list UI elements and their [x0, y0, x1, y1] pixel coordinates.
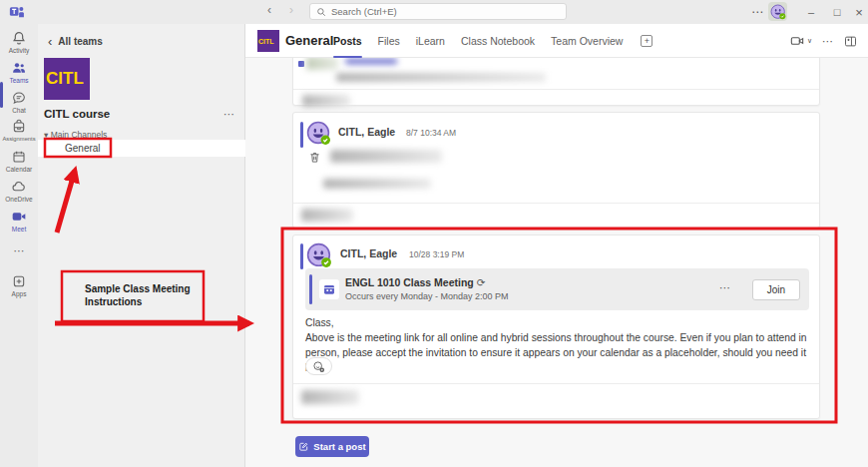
card-divider	[293, 89, 819, 90]
posts-feed: CITL, Eagle 8/7 10:34 AM CITL, Eagle 10/…	[245, 58, 868, 467]
search-icon	[316, 7, 326, 17]
rail-item-teams[interactable]: Teams	[0, 60, 38, 84]
smiley-avatar-icon	[306, 121, 331, 146]
cloud-icon	[11, 179, 27, 195]
redacted-link	[345, 59, 397, 64]
channel-header-actions: ∨ ⋯	[789, 24, 858, 58]
rail-item-activity[interactable]: Activity	[0, 30, 38, 54]
rail-label: Activity	[0, 47, 38, 54]
calendar-icon	[322, 282, 336, 296]
meeting-title: ENGL 1010 Class Meeting ⟳	[345, 276, 486, 288]
teams-logo-icon	[8, 3, 26, 21]
meeting-calendar-tile	[319, 279, 339, 299]
channel-title: General	[285, 33, 333, 48]
rail-label: Teams	[0, 77, 38, 84]
post-card-earlier[interactable]: CITL, Eagle 8/7 10:34 AM	[292, 112, 820, 229]
bell-icon	[11, 30, 27, 46]
join-button[interactable]: Join	[752, 279, 800, 300]
channel-tabs: Posts Files iLearn Class Notebook Team O…	[333, 24, 652, 58]
post-author: CITL, Eagle	[340, 247, 397, 259]
rail-item-onedrive[interactable]: OneDrive	[0, 179, 38, 203]
tab-posts[interactable]: Posts	[333, 24, 362, 58]
open-panel-icon[interactable]	[843, 34, 858, 49]
author-avatar	[306, 121, 331, 150]
channel-team-logo: CITL	[257, 30, 279, 52]
title-bar: ‹ › Search (Ctrl+E) ⋯ – □ ×	[0, 0, 868, 24]
post-card-partial[interactable]	[292, 58, 820, 106]
meeting-subtitle: Occurs every Monday - Monday 2:00 PM	[345, 291, 509, 301]
post-accent-bar	[300, 243, 303, 269]
caret-down-icon: ▾	[44, 130, 48, 140]
rail-item-calendar[interactable]: Calendar	[0, 149, 38, 173]
rail-more-button[interactable]: ⋯	[0, 244, 38, 257]
close-button[interactable]: ×	[848, 0, 868, 24]
chevron-left-icon: ‹	[48, 34, 52, 49]
meet-now-button[interactable]: ∨	[789, 33, 812, 49]
card-divider	[293, 383, 819, 384]
rail-label: Chat	[0, 107, 38, 114]
tab-ilearn[interactable]: iLearn	[416, 24, 445, 58]
team-logo-text: CITL	[46, 69, 84, 89]
post-author: CITL, Eagle	[338, 126, 395, 138]
tab-team-overview[interactable]: Team Overview	[551, 24, 623, 58]
post-accent-bar	[300, 122, 303, 148]
rail-item-chat[interactable]: Chat	[0, 90, 38, 114]
team-more-button[interactable]: ⋯	[223, 108, 234, 121]
message-salutation: Class,	[305, 315, 809, 330]
channel-more-button[interactable]: ⋯	[822, 35, 833, 48]
tab-files[interactable]: Files	[378, 24, 400, 58]
rail-label: Calendar	[0, 166, 38, 173]
meeting-more-button[interactable]: ⋯	[719, 281, 730, 294]
back-button[interactable]: ‹	[261, 3, 277, 17]
channels-section-label: Main Channels	[51, 130, 108, 140]
redacted-text	[323, 179, 431, 189]
app-rail: Activity Teams Chat Assignments Calendar…	[0, 24, 38, 467]
redacted-reply	[301, 209, 353, 222]
search-placeholder: Search (Ctrl+E)	[331, 6, 397, 17]
team-logo: CITL	[44, 58, 90, 100]
rail-label: Apps	[0, 290, 38, 297]
redacted-icon	[298, 61, 304, 67]
message-body: Above is the meeting link for all online…	[305, 330, 809, 375]
titlebar-more-button[interactable]: ⋯	[748, 0, 766, 24]
forward-button[interactable]: ›	[283, 3, 299, 17]
trash-icon	[308, 151, 321, 164]
redacted-text	[306, 58, 338, 70]
all-teams-back[interactable]: ‹ All teams	[48, 34, 103, 49]
recurrence-icon: ⟳	[477, 276, 486, 288]
rail-label: Assignments	[0, 136, 38, 142]
rail-item-apps[interactable]: Apps	[0, 273, 38, 297]
rail-item-meet[interactable]: Meet	[0, 209, 38, 233]
tab-class-notebook[interactable]: Class Notebook	[461, 24, 535, 58]
team-sidebar: ‹ All teams CITL CITL course ⋯ ▾ Main Ch…	[38, 24, 245, 467]
compose-icon	[298, 441, 309, 452]
post-timestamp: 8/7 10:34 AM	[406, 128, 456, 138]
start-a-post-button[interactable]: Start a post	[295, 436, 369, 457]
emoji-add-icon	[312, 360, 325, 373]
redacted-reply	[302, 95, 350, 107]
start-a-post-label: Start a post	[313, 441, 365, 452]
user-avatar[interactable]	[768, 2, 787, 21]
redacted-text	[336, 73, 546, 82]
card-divider	[293, 203, 819, 204]
post-message: Class, Above is the meeting link for all…	[305, 315, 809, 375]
sidebar-item-general-channel[interactable]: General	[38, 140, 245, 157]
calendar-icon	[11, 149, 27, 165]
meeting-title-text: ENGL 1010 Class Meeting	[345, 276, 474, 288]
add-reaction-button[interactable]	[305, 357, 332, 375]
add-tab-button[interactable]: +	[641, 35, 652, 47]
channels-section-header[interactable]: ▾ Main Channels	[44, 130, 107, 140]
all-teams-label: All teams	[58, 36, 102, 47]
rail-label: OneDrive	[0, 196, 38, 203]
teams-people-icon	[11, 60, 27, 76]
meeting-accent-bar	[309, 274, 312, 304]
post-card-meeting[interactable]: CITL, Eagle 10/28 3:19 PM ENGL 1010 Clas…	[292, 234, 820, 419]
meeting-card[interactable]: ENGL 1010 Class Meeting ⟳ Occurs every M…	[305, 268, 809, 310]
minimize-button[interactable]: –	[800, 0, 822, 24]
video-camera-icon	[789, 33, 805, 49]
smiley-avatar-icon	[306, 242, 332, 268]
rail-item-assignments[interactable]: Assignments	[0, 119, 38, 142]
search-input[interactable]: Search (Ctrl+E)	[309, 3, 567, 20]
channel-logo-text: CITL	[258, 38, 274, 45]
maximize-button[interactable]: □	[826, 0, 848, 24]
